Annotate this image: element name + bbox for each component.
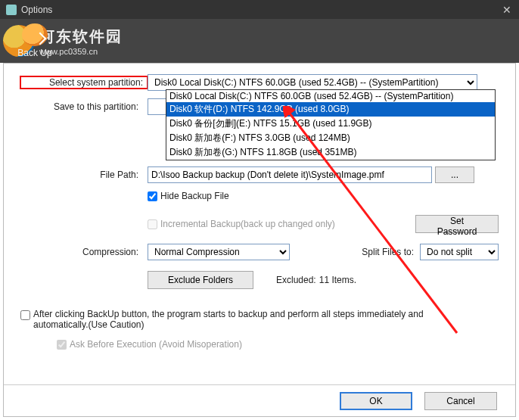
app-icon bbox=[6, 5, 17, 15]
dropdown-option[interactable]: Disk0 新加卷(F:) NTFS 3.0GB (used 124MB) bbox=[166, 131, 495, 145]
ask-before-label: Ask Before Execution (Avoid Misoperation… bbox=[70, 339, 242, 350]
exclude-folders-button[interactable]: Exclude Folders bbox=[148, 271, 253, 289]
browse-button[interactable]: ... bbox=[435, 166, 474, 183]
toolbar: 河东软件园 www.pc0359.cn Back Up bbox=[0, 19, 519, 63]
close-icon[interactable]: ✕ bbox=[502, 4, 511, 16]
hide-backup-checkbox[interactable] bbox=[148, 191, 157, 201]
dropdown-option[interactable]: Disk0 软件(D:) NTFS 142.9GB (used 8.0GB) bbox=[166, 102, 495, 117]
set-password-button[interactable]: Set Password bbox=[415, 215, 499, 233]
excluded-count: 11 Items. bbox=[319, 275, 356, 285]
file-path-label: File Path: bbox=[20, 170, 148, 180]
backup-button[interactable]: Back Up bbox=[14, 23, 56, 58]
select-partition-label: Select system partition: bbox=[20, 76, 148, 89]
select-partition-dropdown[interactable]: Disk0 Local Disk(C:) NTFS 60.0GB (used 5… bbox=[148, 74, 477, 91]
auto-backup-label: After clicking BackUp button, the progra… bbox=[33, 309, 457, 330]
ask-before-checkbox bbox=[57, 340, 67, 350]
titlebar: Options ✕ bbox=[0, 0, 519, 19]
dropdown-option[interactable]: Disk0 Local Disk(C:) NTFS 60.0GB (used 5… bbox=[166, 90, 495, 102]
window-title: Options bbox=[21, 5, 52, 15]
footer: OK Cancel bbox=[4, 384, 515, 416]
save-partition-dropdown-list[interactable]: Disk0 Local Disk(C:) NTFS 60.0GB (used 5… bbox=[166, 89, 496, 160]
compression-label: Compression: bbox=[20, 247, 148, 257]
backup-label: Back Up bbox=[14, 48, 56, 58]
cancel-button[interactable]: Cancel bbox=[424, 392, 497, 410]
ok-button[interactable]: OK bbox=[340, 392, 412, 410]
compression-dropdown[interactable]: Normal Compression bbox=[148, 244, 290, 260]
file-path-input[interactable] bbox=[148, 166, 432, 183]
split-dropdown[interactable]: Do not split bbox=[420, 244, 499, 260]
incremental-checkbox bbox=[148, 219, 157, 229]
incremental-label: Incremental Backup(back up changed only) bbox=[160, 219, 335, 229]
excluded-label: Excluded: bbox=[276, 275, 316, 285]
auto-backup-checkbox[interactable] bbox=[20, 310, 30, 320]
backup-icon bbox=[22, 23, 48, 46]
hide-backup-label: Hide Backup File bbox=[160, 191, 229, 201]
dropdown-option[interactable]: Disk0 备份[勿删](E:) NTFS 15.1GB (used 11.9G… bbox=[166, 117, 495, 131]
dropdown-option[interactable]: Disk0 新加卷(G:) NTFS 11.8GB (used 351MB) bbox=[166, 145, 495, 160]
save-partition-label: Save to this partition: bbox=[20, 101, 148, 112]
split-label: Split Files to: bbox=[362, 247, 414, 257]
